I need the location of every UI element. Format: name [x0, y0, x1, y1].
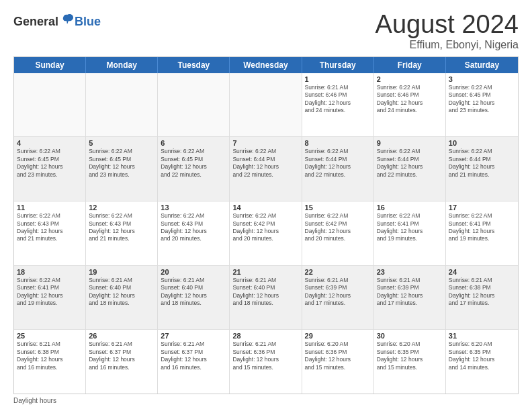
calendar-cell: 20Sunrise: 6:21 AM Sunset: 6:40 PM Dayli…	[158, 266, 230, 330]
day-info: Sunrise: 6:22 AM Sunset: 6:43 PM Dayligh…	[89, 212, 154, 243]
day-number: 2	[377, 75, 443, 83]
calendar-header-cell: Monday	[86, 57, 158, 73]
calendar-cell: 28Sunrise: 6:21 AM Sunset: 6:36 PM Dayli…	[230, 330, 302, 394]
day-number: 10	[449, 139, 515, 147]
day-number: 25	[17, 332, 83, 340]
calendar-cell: 30Sunrise: 6:20 AM Sunset: 6:35 PM Dayli…	[374, 330, 446, 394]
day-number: 20	[161, 268, 226, 276]
calendar-cell: 12Sunrise: 6:22 AM Sunset: 6:43 PM Dayli…	[86, 201, 158, 265]
calendar-cell	[86, 73, 158, 137]
day-info: Sunrise: 6:22 AM Sunset: 6:44 PM Dayligh…	[232, 148, 298, 179]
day-info: Sunrise: 6:21 AM Sunset: 6:36 PM Dayligh…	[232, 340, 298, 371]
calendar-week: 4Sunrise: 6:22 AM Sunset: 6:45 PM Daylig…	[14, 137, 518, 201]
calendar-cell: 18Sunrise: 6:22 AM Sunset: 6:41 PM Dayli…	[14, 266, 86, 330]
calendar-week: 1Sunrise: 6:21 AM Sunset: 6:46 PM Daylig…	[14, 73, 518, 138]
calendar-cell: 31Sunrise: 6:20 AM Sunset: 6:35 PM Dayli…	[446, 330, 518, 394]
day-number: 26	[89, 332, 154, 340]
logo: General Blue	[13, 13, 101, 30]
calendar-cell: 25Sunrise: 6:21 AM Sunset: 6:38 PM Dayli…	[14, 330, 86, 394]
day-info: Sunrise: 6:22 AM Sunset: 6:42 PM Dayligh…	[232, 212, 298, 243]
day-info: Sunrise: 6:21 AM Sunset: 6:46 PM Dayligh…	[305, 84, 371, 115]
day-number: 3	[449, 75, 515, 83]
footer-note: Daylight hours	[13, 397, 519, 404]
calendar-cell	[158, 73, 230, 137]
calendar-cell: 16Sunrise: 6:22 AM Sunset: 6:41 PM Dayli…	[374, 201, 446, 265]
calendar-week: 18Sunrise: 6:22 AM Sunset: 6:41 PM Dayli…	[14, 266, 518, 330]
day-number: 19	[89, 268, 154, 276]
calendar-header-cell: Thursday	[302, 57, 374, 73]
day-number: 12	[89, 203, 154, 212]
day-number: 4	[17, 139, 83, 147]
day-info: Sunrise: 6:21 AM Sunset: 6:40 PM Dayligh…	[232, 277, 298, 308]
day-info: Sunrise: 6:21 AM Sunset: 6:38 PM Dayligh…	[449, 277, 515, 308]
day-number: 14	[232, 203, 298, 212]
header: General Blue August 2024 Effium, Ebonyi,…	[13, 11, 519, 51]
calendar-body: 1Sunrise: 6:21 AM Sunset: 6:46 PM Daylig…	[14, 73, 518, 394]
day-number: 5	[89, 139, 154, 147]
calendar-week: 11Sunrise: 6:22 AM Sunset: 6:43 PM Dayli…	[14, 201, 518, 266]
day-number: 15	[305, 203, 371, 212]
day-info: Sunrise: 6:21 AM Sunset: 6:40 PM Dayligh…	[161, 277, 226, 308]
calendar-cell: 22Sunrise: 6:21 AM Sunset: 6:39 PM Dayli…	[302, 266, 374, 330]
calendar-cell: 8Sunrise: 6:22 AM Sunset: 6:44 PM Daylig…	[302, 137, 374, 201]
calendar-cell: 17Sunrise: 6:22 AM Sunset: 6:41 PM Dayli…	[446, 201, 518, 265]
day-number: 27	[161, 332, 226, 340]
calendar-cell: 11Sunrise: 6:22 AM Sunset: 6:43 PM Dayli…	[14, 201, 86, 265]
logo-blue-text: Blue	[75, 15, 101, 29]
calendar-cell: 24Sunrise: 6:21 AM Sunset: 6:38 PM Dayli…	[446, 266, 518, 330]
calendar-header-cell: Wednesday	[230, 57, 302, 73]
day-info: Sunrise: 6:22 AM Sunset: 6:42 PM Dayligh…	[305, 212, 371, 243]
day-info: Sunrise: 6:22 AM Sunset: 6:45 PM Dayligh…	[89, 148, 154, 179]
calendar-header-cell: Friday	[374, 57, 446, 73]
calendar-cell	[14, 73, 86, 137]
calendar-cell: 29Sunrise: 6:20 AM Sunset: 6:36 PM Dayli…	[302, 330, 374, 394]
title-block: August 2024 Effium, Ebonyi, Nigeria	[375, 11, 519, 51]
calendar-header-cell: Sunday	[14, 57, 86, 73]
calendar-cell: 1Sunrise: 6:21 AM Sunset: 6:46 PM Daylig…	[302, 73, 374, 137]
day-info: Sunrise: 6:22 AM Sunset: 6:46 PM Dayligh…	[377, 84, 443, 115]
day-number: 17	[449, 203, 515, 212]
day-number: 22	[305, 268, 371, 276]
calendar-cell: 6Sunrise: 6:22 AM Sunset: 6:45 PM Daylig…	[158, 137, 230, 201]
day-number: 16	[377, 203, 443, 212]
day-info: Sunrise: 6:20 AM Sunset: 6:36 PM Dayligh…	[305, 340, 371, 371]
day-number: 8	[305, 139, 371, 147]
day-number: 9	[377, 139, 443, 147]
day-info: Sunrise: 6:22 AM Sunset: 6:44 PM Dayligh…	[449, 148, 515, 179]
day-number: 21	[232, 268, 298, 276]
calendar-cell: 19Sunrise: 6:21 AM Sunset: 6:40 PM Dayli…	[86, 266, 158, 330]
day-info: Sunrise: 6:22 AM Sunset: 6:44 PM Dayligh…	[305, 148, 371, 179]
day-info: Sunrise: 6:22 AM Sunset: 6:43 PM Dayligh…	[161, 212, 226, 243]
day-info: Sunrise: 6:22 AM Sunset: 6:44 PM Dayligh…	[377, 148, 443, 179]
calendar: SundayMondayTuesdayWednesdayThursdayFrid…	[13, 56, 519, 394]
calendar-cell: 27Sunrise: 6:21 AM Sunset: 6:37 PM Dayli…	[158, 330, 230, 394]
day-number: 28	[232, 332, 298, 340]
day-info: Sunrise: 6:22 AM Sunset: 6:45 PM Dayligh…	[161, 148, 226, 179]
day-info: Sunrise: 6:22 AM Sunset: 6:41 PM Dayligh…	[17, 277, 83, 308]
calendar-cell: 3Sunrise: 6:22 AM Sunset: 6:45 PM Daylig…	[446, 73, 518, 137]
main-title: August 2024	[375, 11, 519, 39]
calendar-cell: 13Sunrise: 6:22 AM Sunset: 6:43 PM Dayli…	[158, 201, 230, 265]
day-info: Sunrise: 6:21 AM Sunset: 6:37 PM Dayligh…	[89, 340, 154, 371]
calendar-cell: 5Sunrise: 6:22 AM Sunset: 6:45 PM Daylig…	[86, 137, 158, 201]
subtitle: Effium, Ebonyi, Nigeria	[375, 39, 519, 51]
day-info: Sunrise: 6:20 AM Sunset: 6:35 PM Dayligh…	[449, 340, 515, 371]
calendar-cell: 10Sunrise: 6:22 AM Sunset: 6:44 PM Dayli…	[446, 137, 518, 201]
page: General Blue August 2024 Effium, Ebonyi,…	[0, 0, 532, 411]
calendar-cell: 9Sunrise: 6:22 AM Sunset: 6:44 PM Daylig…	[374, 137, 446, 201]
calendar-week: 25Sunrise: 6:21 AM Sunset: 6:38 PM Dayli…	[14, 330, 518, 394]
day-number: 29	[305, 332, 371, 340]
day-info: Sunrise: 6:21 AM Sunset: 6:39 PM Dayligh…	[305, 277, 371, 308]
day-info: Sunrise: 6:22 AM Sunset: 6:45 PM Dayligh…	[17, 148, 83, 179]
day-info: Sunrise: 6:22 AM Sunset: 6:45 PM Dayligh…	[449, 84, 515, 115]
day-number: 7	[232, 139, 298, 147]
calendar-cell: 26Sunrise: 6:21 AM Sunset: 6:37 PM Dayli…	[86, 330, 158, 394]
day-number: 30	[377, 332, 443, 340]
day-number: 24	[449, 268, 515, 276]
day-number: 6	[161, 139, 226, 147]
day-info: Sunrise: 6:22 AM Sunset: 6:43 PM Dayligh…	[17, 212, 83, 243]
calendar-cell: 2Sunrise: 6:22 AM Sunset: 6:46 PM Daylig…	[374, 73, 446, 137]
day-number: 31	[449, 332, 515, 340]
calendar-header-cell: Saturday	[446, 57, 518, 73]
calendar-cell: 7Sunrise: 6:22 AM Sunset: 6:44 PM Daylig…	[230, 137, 302, 201]
